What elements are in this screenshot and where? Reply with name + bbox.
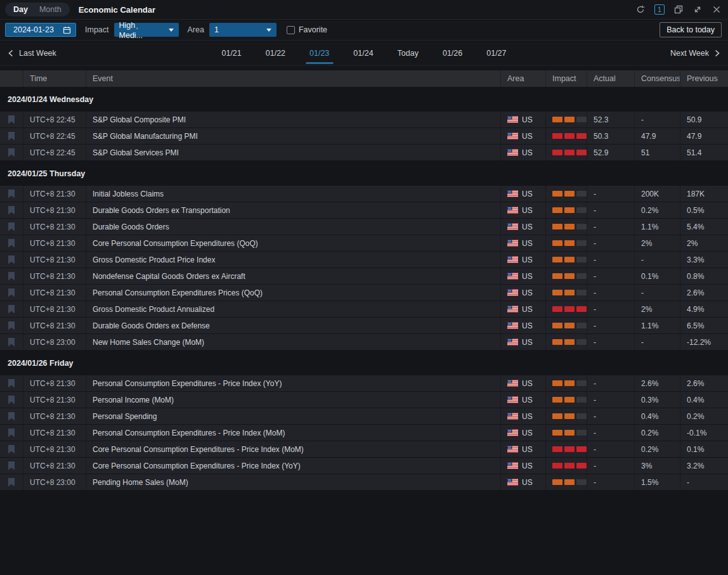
bookmark-icon[interactable] [8,255,15,264]
event-area: US [500,219,545,235]
us-flag-icon [507,149,518,156]
close-icon[interactable] [712,4,722,15]
next-week-button[interactable]: Next Week [670,49,720,58]
impact-bar [552,339,562,345]
table-row[interactable]: UTC+8 22:45S&P Global Composite PMIUS52.… [0,112,728,128]
bookmark-icon[interactable] [8,462,15,470]
area-dropdown[interactable]: 1 [209,23,276,37]
actual-value: 52.9 [587,145,634,160]
impact-bar [576,207,587,213]
event-area: US [500,375,545,391]
table-row[interactable]: UTC+8 21:30Initial Jobless ClaimsUS-200K… [0,186,728,202]
bookmark-icon[interactable] [8,148,15,157]
bookmark-icon[interactable] [8,338,15,347]
column-header-actual: Actual [587,70,634,87]
event-area: US [500,392,545,408]
week-day-tab[interactable]: 01/24 [349,42,377,64]
impact-bar [564,150,575,155]
impact-dropdown[interactable]: High、Medi... [114,23,179,37]
us-flag-icon [507,380,518,387]
table-row[interactable]: UTC+8 22:45S&P Global Services PMIUS52.9… [0,145,728,161]
back-to-today-button[interactable]: Back to today [660,22,722,37]
us-flag-icon [507,132,518,139]
week-day-tab[interactable]: 01/27 [483,42,510,64]
event-name: Nondefense Capital Goods Orders ex Aircr… [86,268,500,284]
table-row[interactable]: UTC+8 21:30Durable Goods OrdersUS-1.1%5.… [0,219,728,235]
bookmark-icon[interactable] [8,288,15,297]
table-row[interactable]: UTC+8 21:30Gross Domestic Product Price … [0,252,728,268]
bookmark-icon[interactable] [8,305,15,314]
table-row[interactable]: UTC+8 21:30Personal Consumption Expendit… [0,375,728,392]
table-row[interactable]: UTC+8 21:30Personal Consumption Expendit… [0,425,728,441]
table-row[interactable]: UTC+8 21:30Gross Domestic Product Annual… [0,301,728,318]
previous-value: 2.6% [680,285,728,300]
week-day-tab[interactable]: 01/22 [262,42,289,64]
table-row[interactable]: UTC+8 21:30Personal SpendingUS-0.4%0.2% [0,408,728,425]
table-row[interactable]: UTC+8 23:00New Home Sales Change (MoM)US… [0,334,728,351]
table-row[interactable]: UTC+8 21:30Core Personal Consumption Exp… [0,441,728,458]
bookmark-icon[interactable] [8,445,15,454]
area-label: US [522,429,533,437]
bookmark-icon[interactable] [8,115,15,124]
impact-bar [564,413,575,419]
bookmark-icon[interactable] [8,396,15,404]
bookmark-icon[interactable] [8,206,15,215]
impact-bar [564,306,575,312]
event-name: Core Personal Consumption Expenditures (… [86,235,500,251]
week-day-tab[interactable]: 01/21 [218,42,245,64]
week-day-tab[interactable]: 01/23 [306,42,333,64]
date-picker[interactable]: 2024-01-23 [5,23,76,37]
area-label: US [522,445,533,454]
bookmark-icon[interactable] [8,239,15,248]
window-count-badge[interactable]: 1 [654,4,665,15]
bookmark-icon[interactable] [8,272,15,281]
bookmark-cell [0,375,23,391]
week-day-tab[interactable]: 01/26 [439,42,466,64]
tab-month[interactable]: Month [34,4,67,15]
refresh-icon[interactable] [635,4,646,15]
restore-window-icon[interactable] [673,4,684,15]
actual-value: - [587,186,634,202]
us-flag-icon [507,429,518,436]
bookmark-icon[interactable] [8,321,15,330]
last-week-button[interactable]: Last Week [8,49,56,58]
area-label: US [522,272,533,281]
favorite-checkbox[interactable] [287,26,295,34]
bookmark-icon[interactable] [8,429,15,437]
actual-value: - [587,458,634,474]
previous-value: 0.1% [680,441,728,457]
bookmark-icon[interactable] [8,132,15,141]
event-time: UTC+8 21:30 [23,441,86,457]
area-label: US [522,115,533,124]
date-group-header: 2024/01/24 Wednesday [0,87,728,112]
table-header: Time Event Area Impact Actual Consensus … [0,70,728,87]
impact-bar [576,133,587,139]
week-day-tab[interactable]: Today [394,42,422,64]
table-row[interactable]: UTC+8 21:30Durable Goods Orders ex Trans… [0,202,728,219]
table-row[interactable]: UTC+8 21:30Core Personal Consumption Exp… [0,458,728,474]
bookmark-icon[interactable] [8,190,15,198]
favorite-filter[interactable]: Favorite [287,25,327,34]
consensus-value: 2% [634,301,680,317]
table-row[interactable]: UTC+8 22:45S&P Global Manufacturing PMIU… [0,128,728,145]
event-name: S&P Global Manufacturing PMI [86,128,500,144]
date-group-header: 2024/01/26 Friday [0,351,728,375]
consensus-value: 0.2% [634,425,680,441]
table-row[interactable]: UTC+8 21:30Core Personal Consumption Exp… [0,235,728,252]
bookmark-icon[interactable] [8,412,15,421]
bookmark-icon[interactable] [8,223,15,231]
table-row[interactable]: UTC+8 21:30Nondefense Capital Goods Orde… [0,268,728,285]
us-flag-icon [507,479,518,486]
event-time: UTC+8 23:00 [23,474,86,490]
table-row[interactable]: UTC+8 21:30Durable Goods Orders ex Defen… [0,318,728,334]
table-row[interactable]: UTC+8 21:30Personal Consumption Expendit… [0,285,728,301]
expand-icon[interactable] [692,4,703,15]
column-header-consensus: Consensus [634,70,680,87]
bookmark-icon[interactable] [8,478,15,487]
bookmark-icon[interactable] [8,379,15,388]
table-row[interactable]: UTC+8 21:30Personal Income (MoM)US-0.3%0… [0,392,728,408]
table-row[interactable]: UTC+8 23:00Pending Home Sales (MoM)US-1.… [0,474,728,491]
tab-day[interactable]: Day [8,4,34,15]
us-flag-icon [507,116,518,123]
previous-value: 0.5% [680,202,728,218]
